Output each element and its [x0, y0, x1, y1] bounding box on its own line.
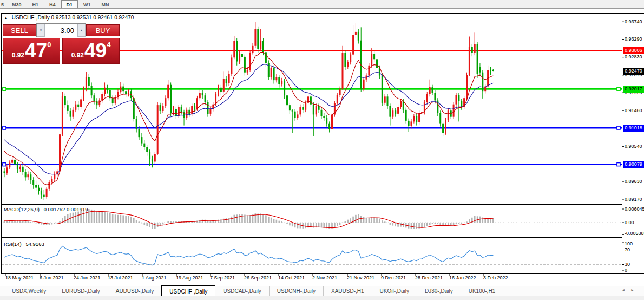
price-tick: 0.91460: [625, 108, 642, 114]
date-label: 9 Dec 2021: [381, 275, 406, 281]
rsi-scale-label: 70: [625, 247, 630, 253]
tab-scroll-left-icon[interactable]: ◄: [621, 288, 630, 292]
tab-scroll-arrows: ◄►: [621, 288, 640, 292]
mt4-window: 5M30H1H4D1W1MN 0.937400.932900.928300.92…: [0, 0, 644, 300]
tab-ukoil-daily[interactable]: UKOil-,Daily: [372, 286, 417, 296]
sell-button[interactable]: SELL: [3, 24, 36, 36]
price-tick: 0.90540: [625, 144, 642, 149]
rsi-label: RSI(14) 54.9163: [4, 241, 44, 247]
resistance-level-label: 0.93006: [623, 47, 644, 54]
rsi-scale-label: 100: [625, 241, 633, 247]
buy-price-sup: 4: [107, 41, 110, 49]
macd-scale-label: 0.006045: [625, 206, 644, 212]
sell-price-small: 0.92: [12, 51, 24, 59]
macd-name: MACD(12,26,9): [4, 206, 40, 212]
macd-scale-label: -0.005385: [625, 231, 644, 237]
date-label: 16 Jan 2022: [449, 275, 476, 281]
chart-tabs: USDX,WeeklyEURUSD-,DailyAUDUSD-,DailyUSD…: [0, 286, 644, 296]
date-label: 6 Jun 2021: [40, 275, 64, 281]
price-tick: 0.92830: [625, 54, 642, 60]
support-level-label: 0.91018: [623, 125, 644, 132]
macd-scale-label: 0.00: [625, 220, 634, 226]
date-label: 28 Dec 2021: [415, 275, 443, 281]
volume-stepper: ▼ 3.00 ▲: [36, 23, 86, 37]
price-tick: 0.89170: [625, 197, 642, 203]
price-tick: 0.89630: [625, 179, 642, 185]
tab-usdchf-daily[interactable]: USDCHF-,Daily: [161, 285, 215, 296]
rsi-scale-label: 0: [625, 268, 627, 273]
date-label: 26 Sep 2021: [244, 275, 272, 281]
tab-eurusd-daily[interactable]: EURUSD-,Daily: [54, 286, 108, 296]
tab-uk100-h1[interactable]: UK100-,H1: [461, 286, 503, 296]
tab-usdcad-daily[interactable]: USDCAD-,Daily: [215, 286, 269, 296]
buy-price-box[interactable]: 0.92 49 4: [62, 38, 120, 64]
support-level-label-2: 0.90079: [623, 161, 644, 168]
collapse-arrow-icon[interactable]: ▲: [4, 16, 8, 21]
date-label: 24 Jun 2021: [74, 275, 101, 281]
macd-label: MACD(12,26,9) 0.001762 0.001919: [4, 206, 88, 212]
pivot-level-label: 0.92017: [623, 86, 644, 93]
tab-scroll-right-icon[interactable]: ►: [630, 288, 640, 292]
date-label: 2 Nov 2021: [312, 275, 337, 281]
tab-usdcnh-daily[interactable]: USDCNH-,Daily: [269, 286, 323, 296]
macd-values: 0.001762 0.001919: [44, 206, 88, 212]
buy-price-big: 49: [84, 40, 107, 62]
date-label: 13 Jul 2021: [108, 275, 133, 281]
date-label: 21 Nov 2021: [347, 275, 374, 281]
date-label: 7 Sep 2021: [210, 275, 235, 281]
volume-increase-button[interactable]: ▲: [77, 24, 86, 37]
buy-price-small: 0.92: [71, 51, 84, 59]
price-tick: 0.93290: [625, 36, 642, 42]
rsi-value: 54.9163: [25, 241, 44, 247]
triangle-up-icon: ▲: [80, 29, 83, 32]
current-price-label: 0.92470: [623, 68, 644, 75]
ohlc-values: 0.92513 0.92531 0.92461 0.92470: [51, 15, 134, 21]
tab-usdx-weekly[interactable]: USDX,Weekly: [4, 286, 54, 296]
date-label: 14 Oct 2021: [278, 275, 305, 281]
date-label: 19 Aug 2021: [176, 275, 203, 281]
one-click-trading-panel: SELL ▼ 3.00 ▲ BUY 0.92 47 0 0.92 49 4: [3, 24, 120, 64]
rsi-scale-label: 30: [625, 262, 630, 268]
symbol-title: USDCHF-,Daily: [12, 15, 50, 21]
chart-header: ▲ USDCHF-,Daily 0.92513 0.92531 0.92461 …: [4, 15, 134, 21]
price-tick: 0.93740: [625, 19, 642, 25]
sell-price-box[interactable]: 0.92 47 0: [3, 38, 60, 64]
volume-decrease-button[interactable]: ▼: [37, 24, 45, 37]
bottom-strip: [0, 296, 644, 300]
sell-price-big: 47: [25, 40, 47, 62]
date-label: 3 Feb 2022: [483, 275, 508, 281]
date-label: 18 May 2021: [5, 275, 34, 281]
tab-audusd-daily[interactable]: AUDUSD-,Daily: [108, 286, 162, 296]
rsi-name: RSI(14): [4, 241, 22, 247]
tab-xauusd-h1[interactable]: XAUUSD-,H1: [323, 286, 372, 296]
triangle-down-icon: ▼: [40, 29, 43, 32]
sell-price-sup: 0: [47, 41, 51, 49]
volume-input[interactable]: 3.00: [45, 24, 77, 37]
date-label: 1 Aug 2021: [142, 275, 167, 281]
buy-button[interactable]: BUY: [86, 24, 120, 36]
tab-dj30-daily[interactable]: DJ30-,Daily: [417, 286, 461, 296]
